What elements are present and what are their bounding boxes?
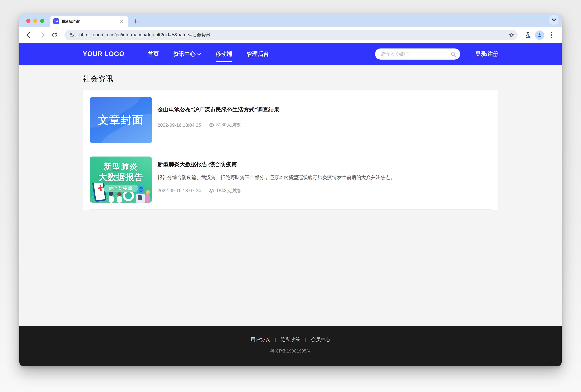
minimize-window-button[interactable] [33, 18, 37, 23]
profile-avatar[interactable] [535, 30, 544, 40]
eye-icon [209, 123, 214, 127]
site-footer: 用户协议 | 隐私政策 | 会员中心 粤ICP备19081985号 [19, 326, 562, 366]
article-views: 1843人浏览 [216, 188, 241, 194]
tab-favicon: LA [53, 18, 59, 24]
article-cover-image[interactable]: 新型肺炎 大数据报告 综合防疫篇 [90, 156, 152, 202]
new-tab-button[interactable] [131, 16, 141, 26]
site-header: YOUR LOGO 首页 资讯中心 移动端 管理后台 [19, 43, 562, 65]
article-views: 3180人浏览 [216, 122, 241, 128]
kebab-menu-icon[interactable] [546, 30, 557, 40]
back-icon[interactable] [24, 30, 35, 40]
nav-item-label: 首页 [148, 50, 159, 58]
keyword-search-box[interactable] [375, 48, 460, 60]
desktop-background: LA likeadmin [0, 0, 581, 392]
tab-close-icon[interactable] [119, 18, 125, 24]
chevron-down-icon [197, 53, 201, 55]
main-nav: 首页 资讯中心 移动端 管理后台 [140, 43, 276, 65]
icp-record-number: 粤ICP备19081985号 [19, 348, 562, 354]
footer-separator: | [275, 337, 276, 342]
article-meta: 2022-09-16 18:04:25 3180人浏览 [157, 122, 491, 128]
nav-item-label: 移动端 [216, 50, 232, 58]
page-title: 社会资讯 [83, 74, 498, 84]
cover-text: 文章封面 [98, 113, 144, 127]
browser-window: LA likeadmin [19, 14, 562, 366]
article-summary: 报告分综合防疫篇、武汉篇、拒绝野味篇三个部分，还原本次新型冠状病毒肺炎疫情发生前… [157, 174, 491, 181]
address-bar[interactable]: php.likeadmin.cn/pc/information/default?… [64, 30, 518, 40]
article-list-item[interactable]: 文章封面 金山电池公布“沪广深市民绿色生活方式”调查结果 2022-09-16 … [90, 90, 491, 150]
footer-links: 用户协议 | 隐私政策 | 会员中心 [19, 336, 562, 343]
footer-link-user-agreement[interactable]: 用户协议 [250, 336, 270, 343]
site-settings-icon[interactable] [68, 31, 76, 39]
login-register-link[interactable]: 登录/注册 [475, 50, 498, 58]
nav-item-mobile[interactable]: 移动端 [208, 43, 239, 65]
cover-badge: 综合防疫篇 [104, 184, 138, 192]
search-input[interactable] [380, 52, 448, 56]
article-title[interactable]: 金山电池公布“沪广深市民绿色生活方式”调查结果 [157, 106, 491, 114]
tab-search-chevron-icon[interactable] [549, 15, 559, 24]
page-content: 社会资讯 文章封面 金山电池公布“沪广深市民绿色生活方式”调查结果 [19, 65, 562, 326]
site-logo[interactable]: YOUR LOGO [83, 50, 124, 58]
url-text[interactable]: php.likeadmin.cn/pc/information/default?… [79, 32, 504, 38]
cover-text-line1: 新型肺炎 [103, 161, 138, 172]
article-list-card: 文章封面 金山电池公布“沪广深市民绿色生活方式”调查结果 2022-09-16 … [83, 90, 498, 210]
forward-icon[interactable] [37, 30, 47, 40]
article-list-item[interactable]: 新型肺炎 大数据报告 综合防疫篇 新型肺炎大数据报告-综合防疫篇 报告分综合防疫… [90, 150, 491, 210]
article-title[interactable]: 新型肺炎大数据报告-综合防疫篇 [157, 161, 491, 168]
zoom-window-button[interactable] [40, 18, 44, 23]
footer-separator: | [305, 337, 306, 342]
browser-tab-strip: LA likeadmin [19, 14, 562, 27]
browser-tab[interactable]: LA likeadmin [50, 16, 128, 27]
nav-item-news-center[interactable]: 资讯中心 [166, 43, 208, 65]
nav-item-label: 资讯中心 [173, 50, 195, 58]
footer-link-privacy-policy[interactable]: 隐私政策 [281, 336, 300, 343]
tab-title: likeadmin [62, 19, 116, 24]
article-date: 2022-09-16 18:04:25 [157, 122, 201, 128]
bookmark-star-icon[interactable] [507, 31, 516, 39]
reload-icon[interactable] [49, 30, 59, 40]
nav-item-home[interactable]: 首页 [140, 43, 166, 65]
article-cover-image[interactable]: 文章封面 [90, 97, 152, 143]
experiments-flask-icon[interactable] [523, 30, 533, 40]
nav-item-label: 管理后台 [247, 50, 269, 58]
footer-link-member-center[interactable]: 会员中心 [311, 336, 331, 343]
eye-icon [209, 188, 214, 193]
article-meta: 2022-09-16 18:07:34 1843人浏览 [157, 188, 491, 194]
window-controls [19, 14, 50, 27]
close-window-button[interactable] [26, 18, 30, 23]
search-icon[interactable] [451, 52, 456, 56]
article-date: 2022-09-16 18:07:34 [157, 188, 201, 193]
browser-toolbar: php.likeadmin.cn/pc/information/default?… [19, 27, 562, 43]
cover-text-line2: 大数据报告 [98, 172, 143, 183]
nav-item-admin[interactable]: 管理后台 [239, 43, 276, 65]
